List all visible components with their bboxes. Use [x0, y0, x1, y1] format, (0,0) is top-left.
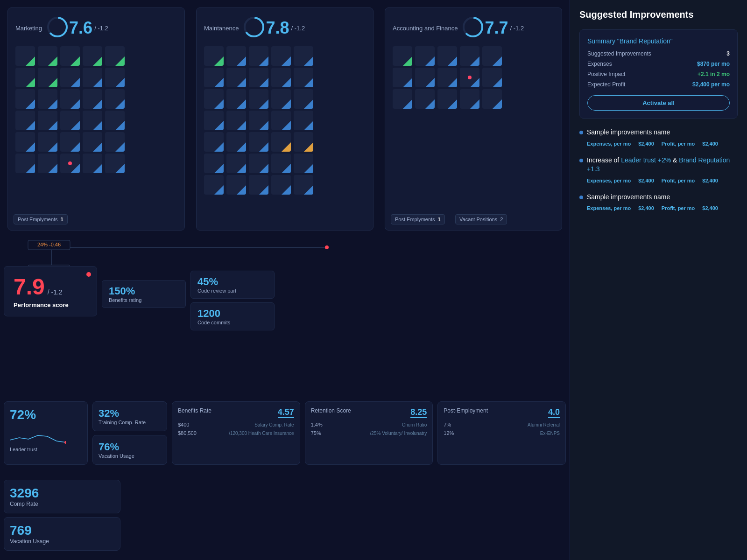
improvement-item-3: Sample improvements name Expenses, per m…	[579, 193, 738, 211]
postempl-score: 4.0	[548, 407, 560, 418]
tile	[249, 175, 268, 195]
imp2-exp-label: Expenses, per mo	[587, 178, 631, 183]
dept-title-marketing: Marketing	[15, 25, 42, 32]
tile	[271, 89, 291, 109]
vacation-usage-num-label: Vacation Usage	[10, 538, 114, 545]
tile	[15, 111, 35, 130]
tile	[204, 46, 224, 66]
improvement-metrics-2: Expenses, per mo $2,400 Profit, per mo $…	[587, 178, 738, 183]
tile	[38, 154, 57, 173]
comp-rate-label: Comp Rate	[10, 501, 114, 507]
tile	[271, 175, 291, 195]
perf-score-delta: / -1.2	[48, 288, 63, 296]
tile	[204, 175, 224, 195]
panel-title: Suggested Improvements	[579, 9, 738, 20]
dept-card-marketing: Marketing 7.6 / -1.2	[7, 7, 185, 231]
retention-score: 8.25	[410, 407, 427, 418]
tile	[271, 68, 291, 87]
tile	[38, 46, 57, 66]
benefits-rating-value: 150%	[109, 285, 179, 297]
tile	[60, 111, 80, 130]
code-review-card: 45% Code review part	[190, 271, 275, 299]
improvement-title-1: Sample improvements name	[587, 128, 738, 137]
benefits-header: Benefits Rate 4.57	[178, 407, 294, 418]
tile	[249, 89, 268, 109]
vacation-usage-num-card: 769 Vacation Usage	[4, 517, 120, 551]
tile	[60, 89, 80, 109]
tile	[204, 154, 224, 173]
benefits-row2-label: $80,500	[178, 430, 197, 436]
dept-delta-accounting: / -1.2	[510, 25, 524, 32]
post-empl-badge-accounting: Post Emplyments 1	[391, 214, 445, 224]
tile	[271, 46, 291, 66]
tile	[294, 132, 313, 152]
imp2-exp-val: $2,400	[638, 178, 654, 183]
benefits-row1-sub: Salary Comp. Rate	[254, 422, 294, 427]
expenses-label: Expenses	[587, 61, 612, 67]
retention-title: Retention Score	[311, 407, 351, 418]
training-comp-value: 32%	[99, 407, 161, 420]
tile	[38, 111, 57, 130]
tile	[482, 46, 502, 66]
tile	[226, 111, 246, 130]
improvements-count-label: Suggested Improvements	[587, 50, 651, 57]
tile	[482, 68, 502, 87]
leader-trust-chart	[10, 426, 66, 445]
tile	[415, 68, 435, 87]
tile	[83, 154, 102, 173]
benefits-rating-label: Benefits rating	[109, 297, 179, 303]
improvement-title-2: Increase of Leader trust +2% & Brand Rep…	[587, 156, 738, 174]
leader-trust-label: Leader trust	[10, 447, 82, 452]
tile	[15, 68, 35, 87]
tile	[482, 89, 502, 109]
tile	[15, 154, 35, 173]
tile	[105, 132, 125, 152]
activate-all-button[interactable]: Activate all	[587, 95, 730, 111]
postempl-row1-label: 7%	[444, 422, 451, 427]
tile	[415, 46, 435, 66]
dept-score-maintanence: 7.8	[266, 18, 289, 38]
svg-point-8	[49, 245, 53, 249]
dept-delta-maintanence: / -1.2	[291, 25, 305, 32]
tile	[15, 46, 35, 66]
profit-value: $2,400 per mo	[692, 81, 730, 88]
summary-label: Summary	[587, 37, 615, 45]
tile	[226, 46, 246, 66]
perf-dot	[86, 272, 91, 277]
imp2-profit-val: $2,400	[702, 178, 718, 183]
svg-rect-10	[28, 240, 70, 250]
post-empl-label-acct: Post Emplyments	[395, 217, 435, 222]
code-commits-card: 1200 Code commits	[190, 302, 275, 330]
perf-score-value: 7.9	[14, 274, 45, 300]
tile	[60, 68, 80, 87]
dept-delta-marketing: / -1.2	[94, 25, 108, 32]
tile	[226, 68, 246, 87]
tile	[204, 111, 224, 130]
imp3-profit-label: Profit, per mo	[662, 205, 695, 211]
retention-row1-label: 1.4%	[311, 422, 323, 427]
tile	[271, 154, 291, 173]
tile	[226, 89, 246, 109]
tile	[249, 154, 268, 173]
improvement-title-3: Sample improvements name	[587, 193, 738, 202]
benefits-rating-card: 150% Benefits rating	[102, 280, 186, 308]
benefits-row2-sub: /120,300 Heath Care Insurance	[229, 431, 294, 436]
retention-row1-sub: Churn Ratio	[402, 422, 427, 427]
code-review-value: 45%	[197, 276, 268, 288]
tile	[294, 154, 313, 173]
profit-label: Expected Profit	[587, 81, 625, 88]
code-commits-label: Code commits	[197, 320, 268, 325]
tile	[249, 68, 268, 87]
dept-score-marketing: 7.6	[69, 18, 92, 38]
tile	[83, 89, 102, 109]
improvement-item-1: Sample improvements name Expenses, per m…	[579, 128, 738, 147]
tile-red-dot	[460, 68, 479, 87]
leader-trust-link[interactable]: Leader trust +2%	[621, 156, 671, 164]
improvement-metrics-1: Expenses, per mo $2,400 Profit, per mo $…	[587, 141, 738, 147]
tile-red-dot	[60, 154, 80, 173]
performance-score-card: 7.9 / -1.2 Performance score	[4, 266, 97, 316]
imp1-exp-label: Expenses, per mo	[587, 141, 631, 147]
tile	[15, 132, 35, 152]
vacant-num: 2	[500, 217, 503, 222]
benefits-title: Benefits Rate	[178, 407, 211, 418]
